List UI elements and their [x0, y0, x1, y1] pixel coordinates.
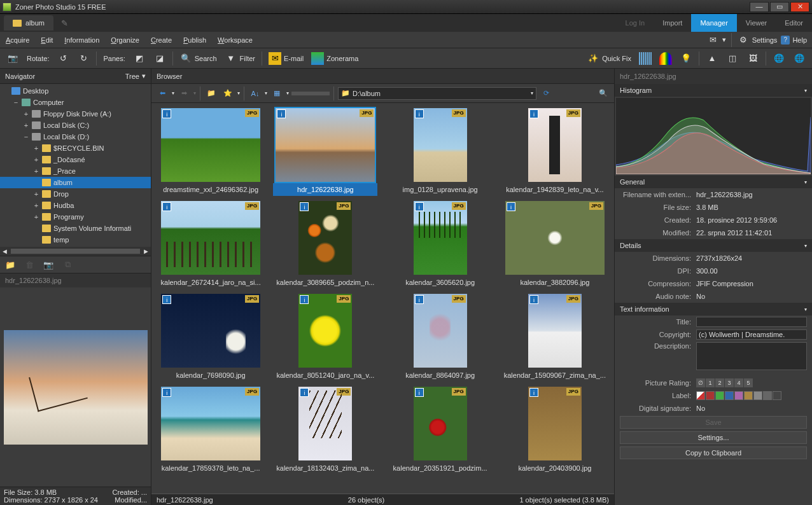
- mode-manager[interactable]: Manager: [691, 14, 736, 32]
- thumbnail[interactable]: iJPGkalendar_20403900.jpg: [500, 385, 610, 474]
- acquire-tool[interactable]: 📷: [4, 51, 22, 66]
- preview-image[interactable]: [4, 330, 148, 445]
- zoom-slider[interactable]: [291, 92, 330, 95]
- menu-edit[interactable]: Edit: [35, 36, 59, 44]
- rotate-right-button[interactable]: ↻: [74, 51, 92, 66]
- general-header[interactable]: General▾: [615, 176, 812, 188]
- folder-tree[interactable]: Desktop−Computer+Floppy Disk Drive (A:)+…: [0, 84, 151, 247]
- thumbnail[interactable]: iJPGkalendar_8864097.jpg: [385, 293, 496, 382]
- menu-acquire[interactable]: Acquire: [0, 36, 35, 44]
- close-button[interactable]: ✕: [790, 2, 809, 12]
- settings-button[interactable]: Settings...: [620, 431, 807, 444]
- resize-button[interactable]: ◫: [724, 51, 741, 66]
- tree-item[interactable]: System Volume Informati: [0, 223, 151, 234]
- sort-button[interactable]: A↓: [248, 86, 262, 100]
- description-input[interactable]: [696, 342, 807, 370]
- thumbnail[interactable]: iJPGhdr_12622638.jpg: [270, 107, 381, 196]
- tree-scrollbar[interactable]: ◄►: [0, 247, 151, 256]
- search-button[interactable]: 🔍Search: [177, 51, 220, 66]
- tree-item[interactable]: temp: [0, 234, 151, 246]
- thumbnail[interactable]: iJPGkalendar_7698090.jpg: [155, 293, 266, 382]
- tree-item[interactable]: −Computer: [0, 97, 151, 108]
- tree-item[interactable]: +Drop: [0, 188, 151, 200]
- thumbnail[interactable]: iJPGkalendar_17859378_leto_na_...: [155, 385, 266, 474]
- tree-item[interactable]: +$RECYCLE.BIN: [0, 142, 151, 154]
- login-link[interactable]: Log In: [617, 14, 654, 32]
- basket-icon[interactable]: 🗑: [23, 258, 36, 271]
- favorites-icon[interactable]: 📁: [4, 258, 17, 271]
- pane-2-button[interactable]: ◪: [151, 51, 169, 66]
- thumbnail[interactable]: iJPGkalendar_8051240_jaro_na_v...: [270, 293, 381, 382]
- thumbnail[interactable]: iJPGkalendar_1942839_leto_na_v...: [500, 107, 610, 196]
- back-button[interactable]: ⬅: [155, 86, 169, 100]
- thumbnail[interactable]: iJPGkalendar_3882096.jpg: [500, 200, 610, 289]
- email-button[interactable]: ✉E-mail: [266, 51, 306, 66]
- menu-organize[interactable]: Organize: [105, 36, 145, 44]
- filter-button[interactable]: ▼Filter: [222, 51, 258, 66]
- new-tab-button[interactable]: ✎: [59, 17, 71, 29]
- web-add-button[interactable]: 🌐: [770, 51, 788, 66]
- thumbnail-grid[interactable]: iJPGdreamstime_xxl_24696362.jpgiJPGhdr_1…: [151, 103, 614, 494]
- textinfo-header[interactable]: Text information▾: [615, 303, 812, 315]
- camera-shortcut-icon[interactable]: 📷: [42, 258, 55, 271]
- rotate-left-button[interactable]: ↺: [54, 51, 72, 66]
- refresh-button[interactable]: ⟳: [539, 86, 553, 100]
- navigator-header: Navigator Tree ▾: [0, 69, 151, 84]
- compare-icon[interactable]: ⧉: [61, 258, 74, 271]
- view-button[interactable]: ▦: [270, 86, 284, 100]
- sharpen-button[interactable]: ▲: [703, 51, 721, 66]
- fav-button[interactable]: ⭐: [221, 86, 235, 100]
- thumbnail[interactable]: iJPGkalendar_2672414_jaro_na_si...: [155, 200, 266, 289]
- thumbnail[interactable]: iJPGimg_0128_upravena.jpg: [385, 107, 496, 196]
- tree-item[interactable]: −Local Disk (D:): [0, 131, 151, 142]
- minimize-button[interactable]: —: [750, 2, 769, 12]
- tree-mode-dropdown[interactable]: Tree: [125, 73, 139, 80]
- curves-button[interactable]: [657, 51, 675, 66]
- rating-control[interactable]: ∅12345: [696, 378, 807, 387]
- search-field-button[interactable]: 🔍: [596, 86, 610, 100]
- title-input[interactable]: [696, 317, 807, 327]
- messages-dropdown[interactable]: ✉▾: [707, 34, 726, 46]
- thumbnail[interactable]: iJPGkalendar_3089665_podzim_n...: [270, 200, 381, 289]
- levels-button[interactable]: [636, 51, 654, 66]
- details-header[interactable]: Details▾: [615, 239, 812, 252]
- copy-clipboard-button[interactable]: Copy to Clipboard: [620, 446, 807, 459]
- thumbnail[interactable]: iJPGkalendar_20351921_podzim...: [385, 385, 496, 474]
- tree-item[interactable]: +Programy: [0, 211, 151, 223]
- edit-button[interactable]: 🖼: [744, 51, 762, 66]
- tree-item[interactable]: Desktop: [0, 85, 151, 97]
- web-button[interactable]: 🌐: [790, 51, 808, 66]
- maximize-button[interactable]: ▭: [770, 2, 789, 12]
- tree-item[interactable]: +Hudba: [0, 200, 151, 211]
- mode-import[interactable]: Import: [654, 14, 691, 32]
- light-button[interactable]: 💡: [677, 51, 695, 66]
- thumbnail[interactable]: iJPGkalendar_3605620.jpg: [385, 200, 496, 289]
- menu-publish[interactable]: Publish: [178, 36, 212, 44]
- tree-item[interactable]: +Local Disk (C:): [0, 120, 151, 131]
- mode-viewer[interactable]: Viewer: [737, 14, 776, 32]
- settings-link[interactable]: ⚙Settings: [737, 34, 778, 46]
- path-dropdown-icon[interactable]: ▾: [531, 90, 533, 96]
- copyright-input[interactable]: [696, 329, 807, 340]
- histogram-header[interactable]: Histogram▾: [615, 84, 812, 97]
- label-control[interactable]: [696, 391, 807, 400]
- tree-item[interactable]: album: [0, 177, 151, 188]
- menu-information[interactable]: Information: [59, 36, 105, 44]
- thumbnail[interactable]: iJPGkalendar_18132403_zima_na...: [270, 385, 381, 474]
- forward-button[interactable]: ➡: [177, 86, 191, 100]
- menu-create[interactable]: Create: [145, 36, 178, 44]
- mode-editor[interactable]: Editor: [776, 14, 812, 32]
- menu-workspace[interactable]: Workspace: [212, 36, 258, 44]
- quickfix-button[interactable]: ✨Quick Fix: [584, 51, 634, 66]
- thumbnail[interactable]: iJPGkalendar_15909067_zima_na_...: [500, 293, 610, 382]
- thumbnail[interactable]: iJPGdreamstime_xxl_24696362.jpg: [155, 107, 266, 196]
- tree-item[interactable]: +Floppy Disk Drive (A:): [0, 108, 151, 120]
- tree-item[interactable]: +_Dočasné: [0, 154, 151, 165]
- up-button[interactable]: 📁: [204, 86, 218, 100]
- tree-item[interactable]: +_Prace: [0, 165, 151, 177]
- help-link[interactable]: ?Help: [781, 36, 807, 45]
- pane-1-button[interactable]: ◩: [130, 51, 148, 66]
- path-input[interactable]: 📁 D:\album ▾: [338, 87, 536, 100]
- document-tab-album[interactable]: album: [4, 15, 53, 31]
- zonerama-button[interactable]: Zonerama: [309, 51, 361, 66]
